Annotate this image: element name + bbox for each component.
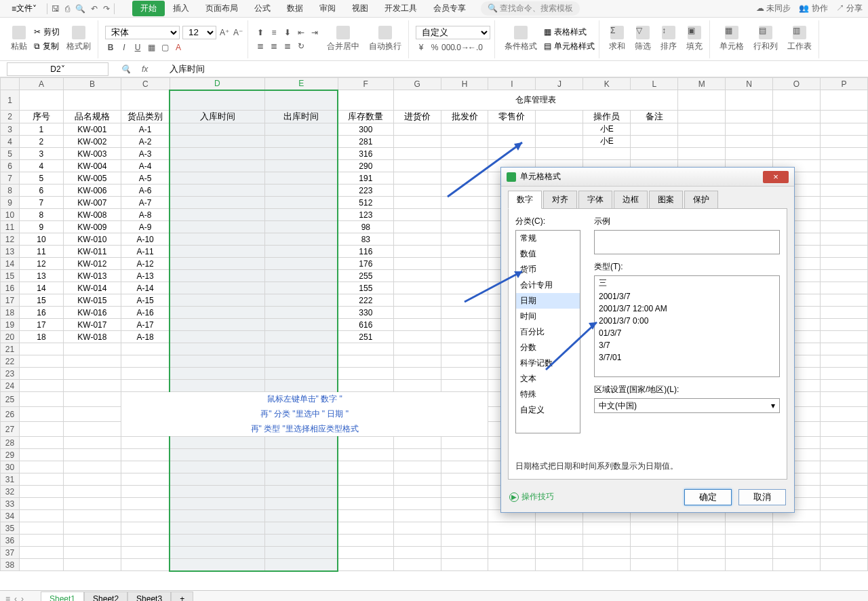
increase-font-icon[interactable]: A⁺ — [219, 27, 230, 38]
sheet-tab-3[interactable]: Sheet3 — [127, 592, 171, 601]
cell[interactable] — [441, 461, 488, 473]
cell[interactable] — [19, 380, 63, 392]
cell[interactable] — [820, 473, 867, 486]
row-header[interactable]: 13 — [1, 246, 20, 258]
sheet-title[interactable]: 仓库管理表 — [393, 90, 678, 111]
cell[interactable] — [338, 90, 393, 111]
row-header[interactable]: 26 — [1, 407, 20, 422]
cell[interactable] — [820, 355, 867, 368]
cell[interactable] — [488, 559, 536, 571]
cell[interactable] — [441, 486, 488, 498]
cell[interactable] — [63, 473, 121, 486]
cell[interactable] — [393, 197, 441, 209]
cell[interactable] — [631, 136, 678, 148]
cell[interactable] — [773, 90, 821, 111]
cell[interactable] — [488, 123, 536, 136]
cell[interactable] — [170, 148, 264, 160]
cell[interactable] — [338, 498, 393, 510]
cell[interactable] — [170, 90, 264, 111]
cell[interactable] — [121, 547, 170, 559]
search-box[interactable]: 🔍 查找命令、搜索模板 — [481, 1, 580, 16]
cell[interactable] — [631, 522, 678, 535]
table-row[interactable]: 53KW-003A-3316 — [1, 148, 868, 160]
cells-button[interactable]: ▦单元格 — [717, 24, 747, 54]
cell[interactable] — [393, 437, 441, 449]
cell[interactable]: A-2 — [121, 136, 170, 148]
align-right-icon[interactable]: ≣ — [282, 41, 293, 52]
cancel-button[interactable]: 取消 — [738, 489, 786, 505]
category-item[interactable]: 分数 — [516, 340, 580, 355]
cell[interactable] — [393, 221, 441, 233]
cell[interactable] — [773, 522, 821, 535]
tips-link[interactable]: ▶操作技巧 — [509, 491, 554, 503]
cell[interactable] — [441, 172, 488, 185]
cell[interactable] — [441, 148, 488, 160]
cell[interactable] — [631, 547, 678, 559]
tab-insert[interactable]: 插入 — [165, 1, 197, 16]
cell[interactable] — [264, 136, 338, 148]
cell[interactable] — [488, 547, 536, 559]
cell[interactable]: 123 — [338, 209, 393, 221]
cell[interactable] — [441, 368, 488, 380]
cell[interactable] — [726, 148, 773, 160]
cell[interactable] — [441, 221, 488, 233]
cell[interactable] — [441, 343, 488, 355]
cell[interactable] — [820, 270, 867, 282]
cell[interactable] — [536, 123, 583, 136]
cell[interactable] — [19, 422, 63, 437]
cell[interactable] — [338, 355, 393, 368]
cell[interactable] — [338, 510, 393, 522]
cell[interactable] — [264, 535, 338, 547]
cell[interactable]: A-16 — [121, 307, 170, 319]
cell[interactable] — [488, 535, 536, 547]
col-N[interactable]: N — [726, 78, 773, 90]
cell[interactable]: 11 — [19, 246, 63, 258]
cell[interactable] — [441, 307, 488, 319]
cell[interactable] — [264, 160, 338, 172]
sort-button[interactable]: ↕排序 — [658, 24, 679, 54]
cell[interactable] — [393, 535, 441, 547]
number-format-select[interactable]: 自定义 — [416, 26, 490, 39]
cell[interactable] — [393, 510, 441, 522]
orientation-icon[interactable]: ↻ — [296, 41, 307, 52]
cell[interactable]: A-9 — [121, 221, 170, 233]
cell[interactable] — [820, 380, 867, 392]
cell[interactable] — [170, 136, 264, 148]
cell[interactable] — [393, 368, 441, 380]
sheet-add[interactable]: + — [171, 592, 193, 601]
align-center-icon[interactable]: ≣ — [269, 41, 279, 52]
table-row[interactable]: 37 — [1, 547, 868, 559]
row-header[interactable]: 2 — [1, 111, 20, 123]
row-header[interactable]: 14 — [1, 258, 20, 270]
underline-icon[interactable]: U — [132, 42, 143, 53]
col-C[interactable]: C — [121, 78, 170, 90]
row-header[interactable]: 27 — [1, 422, 20, 437]
col-O[interactable]: O — [773, 78, 821, 90]
cell[interactable]: 83 — [338, 233, 393, 246]
indent-inc-icon[interactable]: ⇥ — [309, 27, 320, 38]
cell[interactable]: KW-014 — [63, 282, 121, 294]
cell[interactable] — [338, 535, 393, 547]
row-header[interactable]: 33 — [1, 498, 20, 510]
format-brush-button[interactable]: 格式刷 — [64, 24, 94, 54]
cell[interactable]: KW-010 — [63, 233, 121, 246]
sheet-tab-2[interactable]: Sheet2 — [84, 592, 127, 601]
cell[interactable] — [820, 294, 867, 307]
cell[interactable]: 4 — [19, 160, 63, 172]
cell[interactable] — [631, 559, 678, 571]
cell[interactable] — [441, 437, 488, 449]
cell[interactable] — [63, 343, 121, 355]
cell[interactable] — [583, 148, 631, 160]
dtab-border[interactable]: 边框 — [614, 191, 648, 209]
col-H[interactable]: H — [441, 78, 488, 90]
cell[interactable] — [488, 522, 536, 535]
row-header[interactable]: 21 — [1, 343, 20, 355]
row-header[interactable]: 17 — [1, 294, 20, 307]
cell[interactable] — [820, 498, 867, 510]
cell[interactable] — [726, 547, 773, 559]
cell[interactable] — [264, 473, 338, 486]
cell[interactable] — [170, 522, 264, 535]
cell[interactable] — [170, 185, 264, 197]
cell[interactable]: 15 — [19, 294, 63, 307]
copy-label[interactable]: 复制 — [43, 41, 59, 52]
